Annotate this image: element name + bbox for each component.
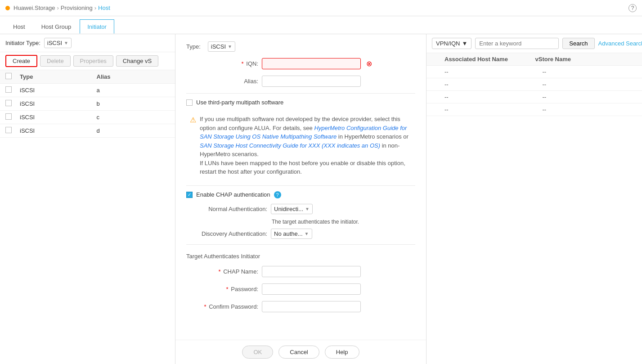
alias-row: Alias: bbox=[186, 76, 415, 87]
row-type: iSCSI bbox=[20, 100, 93, 107]
chap-label: Enable CHAP authentication bbox=[196, 191, 270, 198]
search-panel: VPN/IQN ▼ Search Advanced Search Associa… bbox=[426, 34, 642, 364]
content-area: Initiator Type: iSCSI ▼ Create Delete Pr… bbox=[0, 34, 642, 364]
breadcrumb: Huawei.Storage › Provisioning › Host bbox=[5, 4, 110, 11]
password-input[interactable] bbox=[262, 283, 361, 295]
result-vstore: -- bbox=[543, 68, 637, 75]
alias-input[interactable] bbox=[262, 76, 361, 87]
initiator-type-bar: Initiator Type: iSCSI ▼ bbox=[0, 34, 175, 52]
help-icon[interactable]: ? bbox=[629, 4, 637, 12]
table-row[interactable]: iSCSI c bbox=[0, 111, 175, 124]
table-row[interactable]: iSCSI b bbox=[0, 97, 175, 111]
col-host-header: Associated Host Name bbox=[444, 56, 532, 63]
ok-button[interactable]: OK bbox=[242, 346, 273, 359]
divider bbox=[186, 93, 415, 94]
result-host: -- bbox=[444, 94, 539, 100]
normal-auth-hint: The target authenticates the initiator. bbox=[272, 219, 415, 225]
table-row[interactable]: iSCSI d bbox=[0, 124, 175, 138]
warning-box: ⚠ If you use multipath software not deve… bbox=[186, 111, 415, 180]
multipath-label: Use third-party multipath software bbox=[196, 99, 283, 106]
dropdown-arrow-icon: ▼ bbox=[64, 40, 68, 45]
delete-button[interactable]: Delete bbox=[40, 55, 71, 67]
initiator-type-label: Initiator Type: bbox=[5, 40, 40, 46]
result-host: -- bbox=[444, 81, 539, 88]
result-host: -- bbox=[444, 68, 539, 75]
form-footer: OK Cancel Help bbox=[175, 340, 426, 364]
multipath-row: Use third-party multipath software bbox=[186, 99, 415, 106]
create-button[interactable]: Create bbox=[5, 55, 37, 67]
row-checkbox[interactable] bbox=[5, 86, 12, 93]
iqn-label: * IQN: bbox=[186, 60, 258, 67]
iqn-input[interactable] bbox=[262, 58, 361, 69]
warning-icon: ⚠ bbox=[190, 116, 196, 176]
breadcrumb-storage: Huawei.Storage bbox=[13, 4, 55, 11]
table-header: Type Alias bbox=[0, 70, 175, 84]
breadcrumb-provisioning: Provisioning bbox=[61, 4, 93, 11]
search-input[interactable] bbox=[475, 38, 559, 49]
type-dropdown-icon: ▼ bbox=[228, 44, 232, 49]
result-row: -- -- bbox=[427, 91, 642, 103]
search-type-select[interactable]: VPN/IQN ▼ bbox=[432, 38, 471, 49]
tab-host-group[interactable]: Host Group bbox=[34, 19, 79, 34]
password-label: * Password: bbox=[186, 286, 258, 292]
row-type: iSCSI bbox=[20, 87, 93, 94]
chap-name-label: * CHAP Name: bbox=[186, 268, 258, 275]
initiator-type-select[interactable]: iSCSI ▼ bbox=[44, 38, 72, 48]
chap-name-row: * CHAP Name: bbox=[186, 266, 415, 277]
chap-checkbox[interactable]: ✓ bbox=[186, 192, 193, 198]
warning-text: If you use multipath software not develo… bbox=[200, 115, 412, 176]
confirm-password-label: * Confirm Password: bbox=[186, 303, 258, 310]
tab-host[interactable]: Host bbox=[5, 19, 33, 34]
search-type-value: VPN/IQN bbox=[436, 40, 460, 47]
warning-link1[interactable]: HyperMetro Configuration Guide for SAN S… bbox=[200, 125, 407, 140]
search-bar: VPN/IQN ▼ Search Advanced Search bbox=[427, 34, 642, 53]
main-tabs: Host Host Group Initiator bbox=[0, 16, 642, 34]
chap-name-input[interactable] bbox=[262, 266, 361, 277]
top-bar: Huawei.Storage › Provisioning › Host ? bbox=[0, 0, 642, 16]
properties-button[interactable]: Properties bbox=[73, 55, 113, 67]
tab-initiator[interactable]: Initiator bbox=[80, 19, 114, 34]
result-table-body: -- -- -- -- -- -- -- -- bbox=[427, 66, 642, 364]
advanced-search-link[interactable]: Advanced Search bbox=[598, 40, 642, 47]
result-vstore: -- bbox=[543, 106, 637, 113]
alias-label: Alias: bbox=[186, 78, 258, 85]
type-select[interactable]: iSCSI ▼ bbox=[208, 41, 235, 52]
search-button[interactable]: Search bbox=[562, 38, 594, 49]
discovery-auth-select[interactable]: No authe... ▼ bbox=[271, 229, 312, 239]
result-row: -- -- bbox=[427, 103, 642, 116]
select-all-checkbox[interactable] bbox=[5, 73, 12, 79]
iqn-row: * IQN: ⊗ bbox=[186, 58, 415, 69]
table-body: iSCSI a iSCSI b iSCSI c iSCSI d bbox=[0, 84, 175, 364]
result-host: -- bbox=[444, 106, 539, 113]
normal-auth-row: Normal Authentication: Unidirecti... ▼ bbox=[186, 204, 415, 214]
help-button[interactable]: Help bbox=[325, 346, 359, 359]
row-type: iSCSI bbox=[20, 114, 93, 121]
multipath-checkbox[interactable] bbox=[186, 99, 193, 106]
type-value: iSCSI bbox=[211, 43, 226, 50]
normal-auth-select[interactable]: Unidirecti... ▼ bbox=[271, 204, 313, 214]
confirm-password-input[interactable] bbox=[262, 301, 361, 312]
normal-auth-label: Normal Authentication: bbox=[186, 206, 267, 212]
result-vstore: -- bbox=[543, 81, 637, 88]
table-row[interactable]: iSCSI a bbox=[0, 84, 175, 97]
warning-link2[interactable]: SAN Storage Host Connectivity Guide for … bbox=[200, 142, 380, 149]
breadcrumb-host: Host bbox=[98, 4, 110, 11]
divider2 bbox=[186, 185, 415, 186]
discovery-auth-row: Discovery Authentication: No authe... ▼ bbox=[186, 229, 415, 239]
col-vstore-header: vStore Name bbox=[535, 56, 623, 63]
password-row: * Password: bbox=[186, 283, 415, 295]
target-auth-heading: Target Authenticates Initiator bbox=[186, 250, 415, 262]
row-checkbox[interactable] bbox=[5, 100, 12, 106]
type-row: Type: iSCSI ▼ bbox=[186, 41, 415, 52]
form-content: Type: iSCSI ▼ * IQN: ⊗ Alias: bbox=[175, 34, 426, 340]
row-alias: c bbox=[97, 114, 170, 121]
row-checkbox[interactable] bbox=[5, 113, 12, 120]
col-type-header: Type bbox=[20, 73, 93, 80]
row-type: iSCSI bbox=[20, 127, 93, 134]
divider3 bbox=[186, 244, 415, 245]
change-vs-button[interactable]: Change vS bbox=[116, 55, 158, 67]
discovery-auth-value: No authe... bbox=[274, 230, 303, 237]
row-checkbox[interactable] bbox=[5, 127, 12, 133]
chap-help-icon[interactable]: ? bbox=[274, 191, 281, 198]
cancel-button[interactable]: Cancel bbox=[278, 346, 319, 359]
